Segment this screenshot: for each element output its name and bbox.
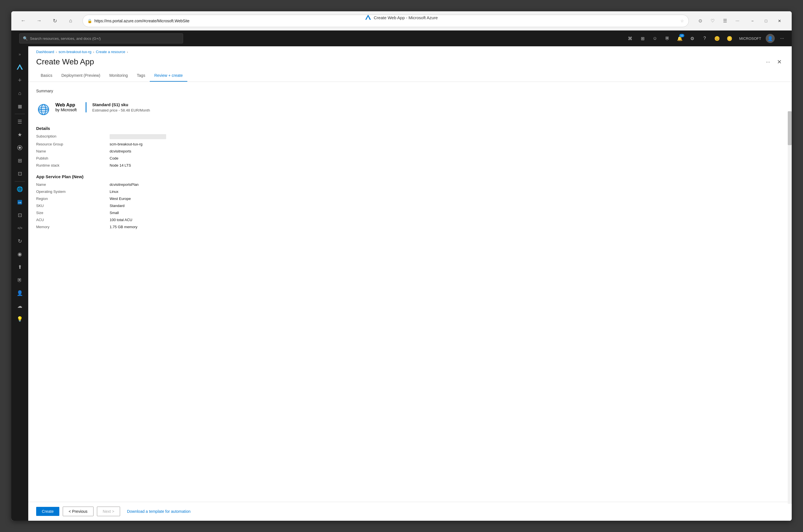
- refresh-button[interactable]: ↻: [49, 15, 61, 27]
- next-button[interactable]: Next >: [97, 507, 120, 516]
- create-button[interactable]: Create: [36, 507, 59, 516]
- toolbar-btn-1[interactable]: ⊙: [694, 15, 706, 26]
- sidebar-item-code[interactable]: </>: [13, 222, 27, 234]
- portal-sidebar: » + ⌂ ▦ ☰ ★: [11, 46, 28, 521]
- azure-search[interactable]: 🔍 Search resources, services, and docs (…: [19, 33, 183, 43]
- star-icon: ☆: [680, 19, 684, 23]
- previous-button[interactable]: < Previous: [63, 507, 94, 516]
- breadcrumb: Dashboard › scm-breakout-tux-rg › Create…: [28, 46, 792, 54]
- sidebar-item-azure[interactable]: [13, 61, 27, 73]
- sidebar-item-bulb[interactable]: 💡: [13, 313, 27, 325]
- detail-label-runtime: Runtime stack: [36, 163, 104, 168]
- sidebar-item-sql[interactable]: DB: [13, 196, 27, 208]
- toolbar-btn-2[interactable]: ♡: [707, 15, 718, 26]
- tab-deployment[interactable]: Deployment (Preview): [57, 71, 105, 82]
- asp-label-acu: ACU: [36, 218, 104, 222]
- minimize-button[interactable]: −: [746, 15, 759, 26]
- sidebar-item-favorites[interactable]: ★: [13, 129, 27, 141]
- asp-value-region: West Europe: [110, 196, 784, 201]
- tab-monitoring[interactable]: Monitoring: [105, 71, 132, 82]
- asp-label-region: Region: [36, 196, 104, 201]
- summary-pricing: Standard (S1) sku Estimated price - 58.4…: [86, 102, 150, 112]
- detail-value-subscription: [110, 134, 166, 139]
- sidebar-item-monitor[interactable]: ◉: [13, 248, 27, 260]
- shield-btn[interactable]: ⛨: [662, 33, 672, 43]
- sidebar-item-home[interactable]: ⌂: [13, 87, 27, 99]
- sidebar-item-extensions[interactable]: [13, 141, 27, 154]
- forward-button[interactable]: →: [33, 15, 45, 27]
- breadcrumb-rg[interactable]: scm-breakout-tux-rg: [58, 50, 91, 54]
- summary-label: Summary: [36, 89, 784, 93]
- sidebar-item-cloud[interactable]: ☁: [13, 300, 27, 312]
- tabs-bar: Basics Deployment (Preview) Monitoring T…: [28, 66, 792, 82]
- sidebar-item-cloud-upload[interactable]: ⬆: [13, 261, 27, 273]
- breadcrumb-create[interactable]: Create a resource: [96, 50, 125, 54]
- cloud-shell-btn[interactable]: ⌘: [625, 33, 635, 43]
- browser-title: Create Web App - Microsoft Azure: [365, 15, 438, 20]
- window-controls: − □ ✕: [746, 15, 786, 26]
- sidebar-item-refresh[interactable]: ↻: [13, 235, 27, 247]
- details-section-title: Details: [36, 126, 784, 131]
- user-avatar[interactable]: 👤: [766, 34, 775, 43]
- detail-value-name: dcvisitreports: [110, 149, 784, 153]
- settings-btn[interactable]: ⚙: [687, 33, 697, 43]
- azure-favicon: [365, 15, 371, 20]
- wallet-btn[interactable]: 🪙: [725, 33, 735, 43]
- directory-btn[interactable]: ⊞: [637, 33, 648, 43]
- page-more-button[interactable]: ···: [763, 57, 772, 66]
- sidebar-item-recent[interactable]: ⊡: [13, 168, 27, 180]
- help-btn[interactable]: ?: [699, 33, 710, 43]
- sidebar-item-copy[interactable]: ⊡: [13, 209, 27, 222]
- sidebar-item-list[interactable]: ☰: [13, 115, 27, 128]
- detail-label-subscription: Subscription: [36, 134, 104, 139]
- nav-divider-2: [15, 181, 25, 182]
- main-content-area: Dashboard › scm-breakout-tux-rg › Create…: [28, 46, 792, 521]
- scrollbar-thumb[interactable]: [788, 111, 792, 145]
- sidebar-expand-btn[interactable]: »: [13, 48, 27, 60]
- search-placeholder: Search resources, services, and docs (G+…: [30, 36, 100, 41]
- sidebar-item-shield[interactable]: ⛨: [13, 274, 27, 286]
- asp-section-title: App Service Plan (New): [36, 174, 784, 179]
- right-scrollbar[interactable]: [788, 111, 792, 504]
- detail-value-publish: Code: [110, 156, 784, 160]
- back-button[interactable]: ←: [17, 15, 30, 27]
- sidebar-item-create[interactable]: +: [13, 74, 27, 87]
- tab-review-create[interactable]: Review + create: [150, 71, 187, 82]
- summary-product-info: Web App by Microsoft: [55, 102, 77, 112]
- toolbar-right: ⊙ ♡ ☰ ···: [694, 15, 743, 26]
- maximize-button[interactable]: □: [760, 15, 772, 26]
- more-options-btn[interactable]: ···: [777, 33, 787, 43]
- toolbar-btn-3[interactable]: ☰: [720, 15, 731, 26]
- form-content: Summary: [28, 82, 792, 502]
- detail-value-rg: scm-breakout-tux-rg: [110, 142, 784, 146]
- feedback-btn[interactable]: ☺: [650, 33, 660, 43]
- title-bar: ← → ↻ ⌂ 🔒 ☆ Create Web App - Microsoft A…: [11, 11, 792, 31]
- svg-text:</>: </>: [18, 226, 22, 230]
- username-label[interactable]: MICROSOFT: [737, 35, 763, 42]
- azure-top-bar: 🔍 Search resources, services, and docs (…: [11, 31, 792, 46]
- sidebar-item-dashboard[interactable]: ▦: [13, 100, 27, 112]
- download-template-link[interactable]: Download a template for automation: [127, 509, 190, 514]
- detail-label-name: Name: [36, 149, 104, 153]
- feedback2-btn[interactable]: 😊: [712, 33, 722, 43]
- browser-window: ← → ↻ ⌂ 🔒 ☆ Create Web App - Microsoft A…: [11, 11, 792, 521]
- sidebar-item-globe[interactable]: 🌐: [13, 183, 27, 195]
- svg-text:DB: DB: [18, 201, 21, 204]
- page-close-button[interactable]: ✕: [775, 57, 784, 66]
- detail-value-runtime: Node 14 LTS: [110, 163, 784, 168]
- toolbar-btn-more[interactable]: ···: [732, 15, 743, 26]
- price-estimate: Estimated price - 58.48 EUR/Month: [92, 108, 150, 112]
- asp-label-memory: Memory: [36, 225, 104, 229]
- home-button[interactable]: ⌂: [64, 15, 77, 27]
- code-icon: </>: [17, 225, 23, 231]
- close-button[interactable]: ✕: [773, 15, 786, 26]
- asp-value-memory: 1.75 GB memory: [110, 225, 784, 229]
- notification-badge: 10: [679, 34, 684, 37]
- product-by: by Microsoft: [55, 108, 77, 112]
- breadcrumb-dashboard[interactable]: Dashboard: [36, 50, 54, 54]
- tab-tags[interactable]: Tags: [132, 71, 150, 82]
- tab-basics[interactable]: Basics: [36, 71, 57, 82]
- notifications-btn[interactable]: 🔔 10: [675, 33, 685, 43]
- sidebar-item-user[interactable]: 👤: [13, 287, 27, 299]
- sidebar-item-all-services[interactable]: ⊞: [13, 154, 27, 167]
